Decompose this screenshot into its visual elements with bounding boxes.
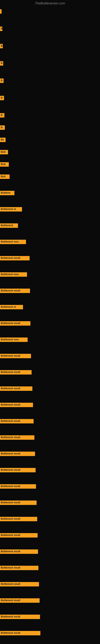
bar-label: Bottleneck result xyxy=(0,452,35,456)
bar-item: Bottleneck result xyxy=(0,533,100,538)
bar-label: Bottleneck result xyxy=(0,386,32,391)
bar-label: Bott xyxy=(0,150,8,154)
bar-item: B xyxy=(0,96,100,100)
bar-item: Bottleneck result xyxy=(0,435,100,440)
bar-label: Bottleneck result xyxy=(0,614,40,619)
bar-item: Bottleneck result xyxy=(0,484,100,489)
bar-item: B xyxy=(0,125,100,130)
bar-item: Bottleneck result xyxy=(0,549,100,554)
bar-item: Bottleneck resu xyxy=(0,337,100,342)
site-title: TheBottlenecker.com xyxy=(0,0,100,7)
bar-item: Bottleneck result xyxy=(0,500,100,505)
bar-label: Bottleneck result xyxy=(0,631,40,635)
bar-item: B xyxy=(0,26,100,32)
bar-label: Bottleneck result xyxy=(0,533,38,538)
bar-item: Bottleneck result xyxy=(0,565,100,570)
bar-item: Bottleneck result xyxy=(0,256,100,261)
bar-label: Bottlene xyxy=(0,191,14,195)
bar-label: B xyxy=(0,96,4,100)
bar-label: B xyxy=(0,126,5,130)
bar-item: Bottleneck resu xyxy=(0,272,100,277)
bar-item: Bottleneck result xyxy=(0,354,100,359)
bar-label: Bottleneck result xyxy=(0,403,33,407)
bar-label: Bottleneck result xyxy=(0,550,38,554)
bar-label: Bottleneck result xyxy=(0,370,32,374)
bar-item: Bottleneck result xyxy=(0,516,100,522)
bar-item xyxy=(0,9,100,14)
bar-item: Bottleneck xyxy=(0,223,100,228)
bar-item: Bottleneck result xyxy=(0,418,100,424)
bar-label: B xyxy=(0,113,4,118)
bars-section: BBBBBBBBoBottBottBottBottleneBottleneck … xyxy=(0,7,100,644)
bar-item: Bottleneck result xyxy=(0,614,100,620)
bar-label: Bott xyxy=(0,162,9,167)
bar-label: Bottleneck result xyxy=(0,582,39,586)
bar-label: Bottleneck resu xyxy=(0,240,26,244)
bar-item: Bo xyxy=(0,137,100,142)
bar-label: Bo xyxy=(0,138,6,142)
bar-label: Bottleneck result xyxy=(0,598,40,603)
bar-item: Bottleneck result xyxy=(0,630,100,636)
bar-label: Bottleneck result xyxy=(0,435,34,440)
bar-item: B xyxy=(0,61,100,66)
bar-label: B xyxy=(0,44,3,48)
bar-item: Bott xyxy=(0,150,100,155)
bar-label: Bottleneck result xyxy=(0,484,36,489)
bar-item: Bott xyxy=(0,162,100,167)
bar-label: Bottleneck result xyxy=(0,468,36,472)
bar-item: B xyxy=(0,78,100,83)
bar-label: Bottleneck result xyxy=(0,321,30,326)
bar-item: Bottleneck re xyxy=(0,304,100,310)
bar-label xyxy=(0,9,1,14)
bar-label: Bottleneck resu xyxy=(0,338,28,342)
bar-item: Bottleneck result xyxy=(0,288,100,294)
bar-label: B xyxy=(0,26,2,31)
bar-item: B xyxy=(0,113,100,118)
bar-label: Bottleneck result xyxy=(0,419,34,424)
bar-item: Bottleneck result xyxy=(0,386,100,391)
bar-label: Bottleneck re xyxy=(0,305,23,309)
bar-label: Bottleneck resu xyxy=(0,272,27,277)
bar-label: Bottleneck result xyxy=(0,288,30,293)
bar-label: Bottleneck result xyxy=(0,354,31,358)
bar-item: Bottleneck resu xyxy=(0,239,100,244)
bar-label: B xyxy=(0,61,3,66)
bar-label: Bottleneck result xyxy=(0,517,37,521)
bar-item: Bottleneck result xyxy=(0,451,100,456)
bar-label: Bottleneck result xyxy=(0,256,30,260)
bar-item: Bottlene xyxy=(0,190,100,196)
bar-item: Bottleneck result xyxy=(0,468,100,473)
bar-label: Bott xyxy=(0,174,10,179)
bar-item: B xyxy=(0,44,100,49)
bar-label: B xyxy=(0,78,3,83)
bar-label: Bottleneck result xyxy=(0,566,38,570)
bar-item: Bottleneck result xyxy=(0,598,100,603)
bar-item: Bottleneck result xyxy=(0,402,100,408)
bar-item: Bottleneck result xyxy=(0,370,100,375)
bar-item: Bottleneck result xyxy=(0,321,100,326)
bar-item: Bottleneck result xyxy=(0,582,100,587)
page-container: TheBottlenecker.com BBBBBBBBoBottBottBot… xyxy=(0,0,100,644)
bar-label: Bottleneck re xyxy=(0,207,22,212)
bar-item: Bott xyxy=(0,174,100,179)
bar-label: Bottleneck result xyxy=(0,500,37,505)
bar-label: Bottleneck xyxy=(0,224,18,228)
bar-item: Bottleneck re xyxy=(0,207,100,212)
